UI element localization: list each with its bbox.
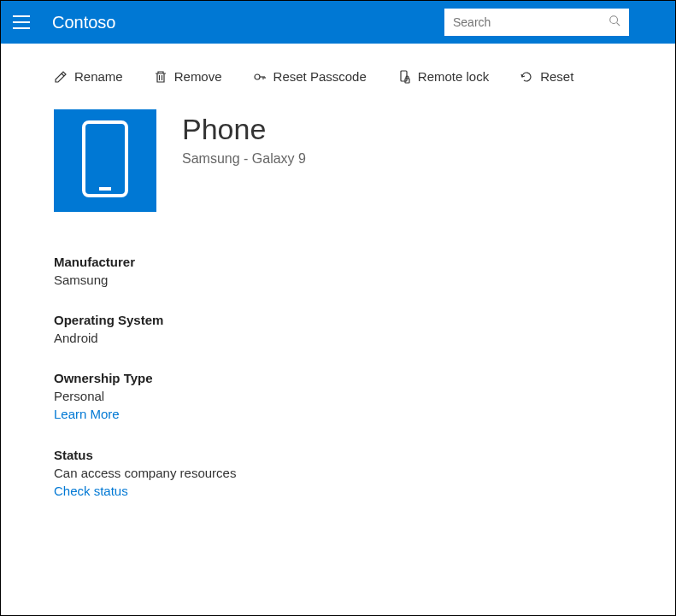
remove-label: Remove [174,69,222,84]
device-title: Phone [182,113,306,146]
rename-label: Rename [74,69,123,84]
status-value: Can access company resources [54,466,622,480]
phone-icon [82,120,128,201]
os-value: Android [54,331,622,345]
reset-passcode-label: Reset Passcode [273,69,367,84]
device-subtitle: Samsung - Galaxy 9 [182,151,306,167]
menu-icon[interactable] [13,12,33,32]
svg-point-0 [610,16,618,24]
remove-button[interactable]: Remove [154,69,222,84]
ownership-label: Ownership Type [54,371,622,385]
check-status-link[interactable]: Check status [54,484,128,498]
learn-more-link[interactable]: Learn More [54,407,120,421]
os-label: Operating System [54,313,622,327]
brand-name: Contoso [52,13,444,32]
trash-icon [154,70,168,84]
device-details: Manufacturer Samsung Operating System An… [1,212,675,499]
svg-line-1 [617,23,620,26]
phone-lock-icon [397,70,411,84]
reset-icon [520,70,533,84]
rename-button[interactable]: Rename [54,69,123,84]
svg-rect-11 [84,122,126,196]
app-header: Contoso [1,1,675,44]
svg-line-2 [62,73,64,76]
ownership-field: Ownership Type Personal Learn More [54,371,622,422]
reset-button[interactable]: Reset [520,69,573,84]
remote-lock-label: Remote lock [418,69,489,84]
reset-passcode-button[interactable]: Reset Passcode [253,69,367,84]
reset-label: Reset [540,69,573,84]
search-box[interactable] [444,9,629,36]
manufacturer-label: Manufacturer [54,255,622,269]
device-tile [54,109,156,212]
status-field: Status Can access company resources Chec… [54,448,622,499]
remote-lock-button[interactable]: Remote lock [397,69,489,84]
search-input[interactable] [453,15,608,29]
svg-point-5 [255,74,260,79]
manufacturer-field: Manufacturer Samsung [54,255,622,287]
pencil-icon [54,70,68,84]
action-toolbar: Rename Remove Reset Passcode Remote lock [1,44,675,109]
manufacturer-value: Samsung [54,273,622,287]
device-summary: Phone Samsung - Galaxy 9 [1,109,675,212]
search-icon[interactable] [608,15,620,30]
device-info: Phone Samsung - Galaxy 9 [182,109,306,212]
ownership-value: Personal [54,389,622,403]
status-label: Status [54,448,622,462]
key-icon [253,70,267,84]
os-field: Operating System Android [54,313,622,345]
